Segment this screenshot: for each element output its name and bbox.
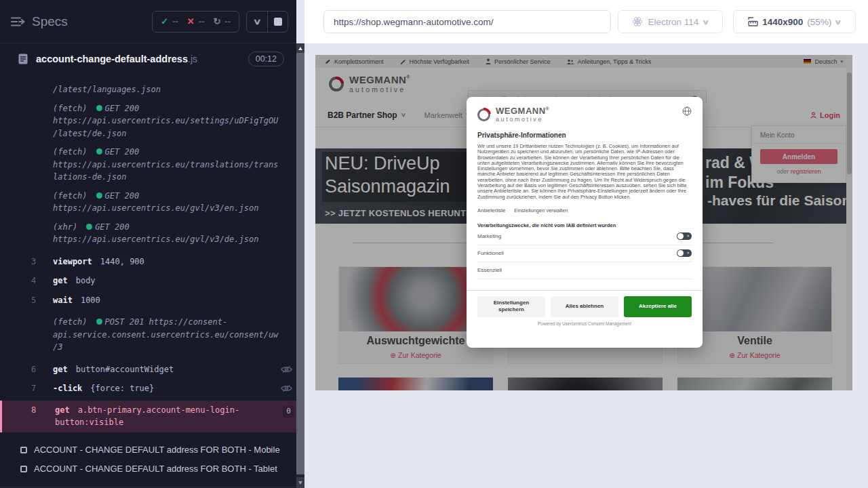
modal-divider — [467, 290, 703, 291]
log-command-viewport[interactable]: 3viewport1440, 900 — [0, 252, 296, 272]
accept-all-button[interactable]: Akzeptiere alle — [624, 296, 692, 317]
purpose-label: Marketing — [477, 233, 501, 239]
passed-check-icon: ✓ — [161, 16, 168, 26]
log-network-entry[interactable]: (fetch)GET 200 https://api.usercentrics.… — [0, 102, 296, 140]
modal-body-text: Wir und unsere 19 Drittanbieter nutzen T… — [477, 144, 692, 200]
log-command-click[interactable]: 7-click{force: true} — [0, 379, 296, 399]
command-args: {force: true} — [90, 384, 154, 393]
spec-file-row[interactable]: account-change-default-address.js 00:12 — [0, 43, 296, 75]
save-settings-button[interactable]: Einstellungen speichern — [477, 296, 545, 317]
log-command-get[interactable]: 6getbutton#accountWidget — [0, 360, 296, 380]
network-entry-text: /latest/languages.json — [53, 83, 279, 96]
success-dot-icon — [86, 224, 92, 230]
spec-file-icon — [18, 54, 28, 64]
network-type: (fetch) — [53, 104, 87, 113]
network-status: GET 200 — [105, 104, 140, 113]
runner-sidebar: Specs ✓ -- ✕ -- ↻ -- ∨ — [0, 0, 296, 488]
network-entry-text: (xhr)GET 200 https://api.usercentrics.eu… — [53, 221, 279, 246]
url-bar — [323, 10, 611, 33]
scroll-up-button[interactable] — [296, 43, 304, 53]
command-text: geta.btn-primary.account-menu-login-butt… — [55, 404, 281, 429]
globe-icon[interactable] — [682, 106, 692, 116]
triangle-up-icon — [298, 47, 302, 50]
network-status: GET 200 — [95, 222, 130, 232]
pending-tests-list: ACCOUNT - CHANGE DEFAULT address FOR BOT… — [0, 441, 296, 487]
scroll-down-button[interactable] — [296, 477, 304, 488]
log-network-entry[interactable]: /latest/languages.json — [0, 83, 296, 96]
log-network-entry[interactable]: (xhr)GET 200 https://api.usercentrics.eu… — [0, 221, 296, 246]
stop-icon — [274, 18, 282, 26]
modal-header: WEGMANN® automotive — [477, 97, 692, 123]
browser-select[interactable]: Electron 114 ∨ — [618, 10, 723, 33]
eye-slash-icon — [281, 384, 292, 392]
command-name: get — [53, 276, 68, 285]
anbieterliste-link[interactable]: Anbieterliste — [477, 207, 505, 214]
log-command-get[interactable]: 8geta.btn-primary.account-menu-login-but… — [0, 401, 296, 432]
viewport-size-value: 1440x900 — [762, 17, 803, 27]
powered-by-label: Powered by Usercentrics Consent Manageme… — [477, 321, 692, 326]
stop-run-button[interactable] — [267, 12, 288, 32]
network-entry-text: (fetch)GET 200 https://api.usercentrics.… — [53, 146, 279, 184]
purpose-label: Essenziell — [477, 267, 502, 273]
network-url: /latest/languages.json — [53, 85, 161, 94]
network-entry-text: (fetch)GET 200 https://api.usercentrics.… — [53, 190, 279, 215]
chevron-down-icon: ∨ — [252, 17, 261, 26]
sidebar-scrollbar[interactable] — [296, 43, 304, 488]
command-args: body — [76, 276, 96, 285]
url-input[interactable] — [324, 11, 610, 33]
chevron-down-icon: ∨ — [835, 18, 842, 26]
log-command-get[interactable]: 4getbody — [0, 271, 296, 291]
ruler-icon — [748, 17, 758, 26]
runner-controls: ∨ — [246, 11, 288, 33]
success-dot-icon — [96, 105, 102, 111]
stat-failed: ✕ -- — [187, 16, 205, 26]
command-indicators — [279, 363, 296, 376]
log-network-entry[interactable]: (fetch)GET 200 https://api.usercentrics.… — [0, 190, 296, 215]
triangle-down-icon — [298, 481, 302, 485]
success-dot-icon — [96, 319, 102, 325]
purpose-label: Funktionell — [477, 250, 504, 256]
checkbox-icon — [20, 447, 27, 453]
modal-title: Privatsphäre-Informationen — [477, 131, 692, 139]
log-row-number — [0, 146, 53, 184]
modal-brand-logo: WEGMANN® automotive — [477, 106, 549, 123]
logo-sub: automotive — [496, 117, 549, 123]
stat-passed: ✓ -- — [161, 16, 178, 26]
command-name: get — [55, 405, 70, 415]
pending-count: -- — [224, 16, 231, 26]
command-name: wait — [53, 296, 73, 305]
specs-list-icon[interactable] — [11, 16, 25, 27]
collapse-button[interactable]: ∨ — [247, 12, 267, 32]
command-name: get — [53, 365, 68, 374]
einstellungen-verwalten-link[interactable]: Einstellungen verwalten — [514, 207, 568, 214]
log-command-wait[interactable]: 5wait1000 — [0, 291, 296, 310]
app-window: Specs ✓ -- ✕ -- ↻ -- ∨ — [0, 0, 868, 488]
network-url: https://api.usercentrics.eu/settings/uDF… — [53, 116, 278, 138]
command-text: wait1000 — [53, 294, 279, 307]
consent-modal: WEGMANN® automotive Privatsphäre-Informa… — [467, 97, 703, 348]
command-indicators — [279, 256, 296, 268]
log-network-entry[interactable]: (fetch)GET 200 https://api.usercentrics.… — [0, 146, 296, 184]
runner-header: Specs ✓ -- ✕ -- ↻ -- ∨ — [0, 0, 296, 43]
site-viewport: Komplettsortiment Höchste Verfügbarkeit … — [315, 55, 852, 390]
viewport-size-select[interactable]: 1440x900 (55%) ∨ — [733, 10, 856, 33]
modal-links: Anbieterliste Einstellungen verwalten — [477, 207, 692, 214]
purpose-row-funktionell: Funktionell — [477, 245, 692, 262]
command-text: getbody — [53, 274, 279, 287]
pending-test-item[interactable]: ACCOUNT - CHANGE DEFAULT address FOR BOT… — [0, 460, 296, 479]
network-type: (xhr) — [53, 222, 77, 232]
purpose-row-marketing: Marketing — [477, 228, 692, 245]
browser-topbar: Electron 114 ∨ 1440x900 (55%) ∨ — [304, 0, 868, 43]
log-network-entry[interactable]: (fetch)POST 201 https://consent-api.serv… — [0, 316, 296, 354]
scrollbar-thumb[interactable] — [296, 53, 304, 474]
command-text: viewport1440, 900 — [53, 256, 279, 268]
log-row-number — [0, 221, 53, 246]
pending-test-item[interactable]: ACCOUNT - CHANGE DEFAULT address FOR BOT… — [0, 441, 296, 460]
deny-all-button[interactable]: Alles ablehnen — [551, 296, 618, 317]
marketing-toggle[interactable] — [677, 232, 692, 240]
browser-panel: Electron 114 ∨ 1440x900 (55%) ∨ — [304, 0, 868, 488]
spec-name: account-change-default-address.js — [36, 54, 197, 64]
command-args: 1000 — [81, 296, 100, 305]
command-number: 8 — [2, 404, 55, 429]
funktionell-toggle[interactable] — [677, 249, 692, 257]
